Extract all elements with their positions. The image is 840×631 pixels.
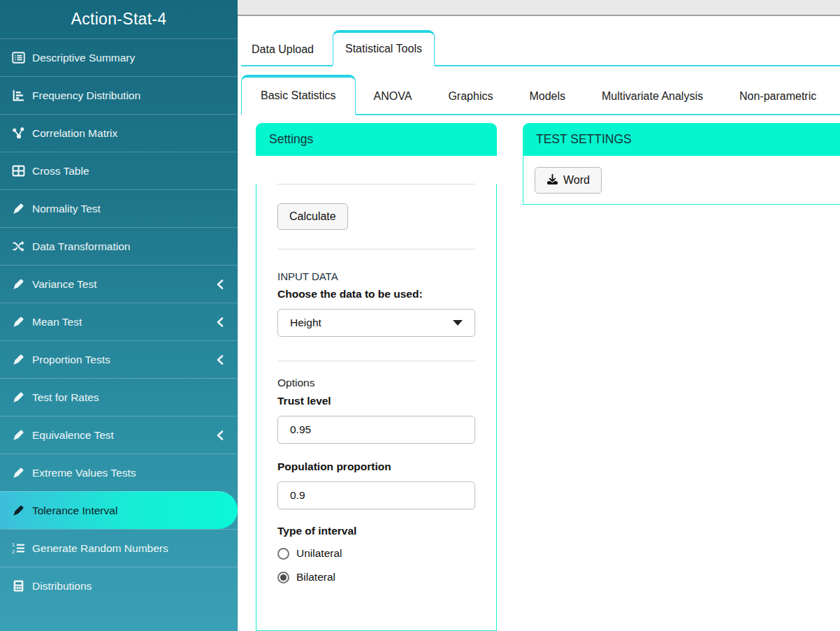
main-area: Data UploadStatistical Tools Basic Stati… <box>238 0 840 631</box>
radio-label: Unilateral <box>296 547 342 560</box>
sidebar-item-label: Frequency Distribution <box>32 89 140 102</box>
chevron-left-icon <box>215 317 225 328</box>
svg-text:2: 2 <box>12 549 15 555</box>
chart-bars-icon <box>9 89 27 102</box>
radio-circle-icon <box>277 572 289 583</box>
top-header-bar <box>238 0 840 16</box>
sidebar-item-frequency-distribution[interactable]: Frequency Distribution <box>0 76 238 114</box>
svg-text:1: 1 <box>12 542 15 548</box>
sidebar-item-label: Test for Rates <box>32 391 99 404</box>
sidebar-item-label: Variance Test <box>32 278 96 291</box>
interval-type-radio-group: UnilateralBilateral <box>277 546 475 585</box>
sidebar-item-label: Descriptive Summary <box>32 52 135 64</box>
test-settings-panel: TEST SETTINGS Word <box>523 123 840 205</box>
table-icon <box>9 164 27 177</box>
sidebar-item-correlation-matrix[interactable]: Correlation Matrix <box>0 114 238 152</box>
settings-panel-body: Calculate INPUT DATA Choose the data to … <box>256 184 497 631</box>
sidebar-item-proportion-tests[interactable]: Proportion Tests <box>0 340 238 378</box>
sidebar-item-cross-table[interactable]: Cross Table <box>0 152 238 189</box>
test-settings-panel-header: TEST SETTINGS <box>523 123 840 156</box>
divider <box>277 361 475 361</box>
radio-circle-icon <box>277 548 289 560</box>
tab-multivariate-analysis[interactable]: Multivariate Analysis <box>584 79 721 114</box>
pen-icon <box>9 391 27 404</box>
calculate-button[interactable]: Calculate <box>277 203 348 230</box>
sidebar-item-label: Generate Random Numbers <box>32 542 168 555</box>
tab-non-parametric[interactable]: Non-parametric <box>721 79 834 114</box>
divider <box>277 184 475 184</box>
trust-level-input[interactable]: 0.95 <box>277 416 475 444</box>
sidebar-menu: Descriptive SummaryFrequency Distributio… <box>0 38 238 604</box>
options-heading: Options <box>277 377 475 389</box>
sidebar-item-label: Correlation Matrix <box>32 127 117 140</box>
pen-icon <box>9 277 27 291</box>
trust-level-value: 0.95 <box>290 423 311 436</box>
sidebar-item-label: Equivalence Test <box>32 429 114 442</box>
chevron-left-icon <box>215 279 225 290</box>
data-select-value: Height <box>290 317 321 329</box>
interval-type-label: Type of interval <box>277 525 475 537</box>
tab-data-upload[interactable]: Data Upload <box>241 34 324 65</box>
tab-basic-statistics[interactable]: Basic Statistics <box>241 75 356 115</box>
sidebar-item-label: Extreme Values Tests <box>32 467 136 479</box>
pen-icon <box>9 315 27 328</box>
pen-icon <box>9 466 27 479</box>
secondary-tabbar: Basic StatisticsANOVAGraphicsModelsMulti… <box>241 75 840 115</box>
sidebar-item-descriptive-summary[interactable]: Descriptive Summary <box>0 38 238 76</box>
app-title: Action-Stat-4 <box>0 0 238 38</box>
radio-unilateral[interactable]: Unilateral <box>277 546 475 561</box>
network-icon <box>9 126 27 140</box>
sidebar-item-label: Tolerance Interval <box>32 505 117 517</box>
chevron-left-icon <box>215 354 225 365</box>
pen-icon <box>9 353 27 366</box>
input-data-heading: INPUT DATA <box>277 270 475 282</box>
pen-icon <box>9 202 27 215</box>
tab-anova[interactable]: ANOVA <box>356 79 430 114</box>
sidebar-item-tolerance-interval[interactable]: Tolerance Interval <box>0 491 238 529</box>
population-proportion-label: Population proportion <box>277 460 475 473</box>
settings-panel-header: Settings <box>256 123 497 156</box>
settings-panel: Settings Calculate INPUT DATA Choose the… <box>256 123 497 631</box>
sidebar-item-normality-test[interactable]: Normality Test <box>0 189 238 227</box>
word-button-label: Word <box>563 174 590 187</box>
population-proportion-input[interactable]: 0.9 <box>277 481 475 509</box>
sidebar-item-extreme-values-tests[interactable]: Extreme Values Tests <box>0 454 238 491</box>
sidebar-item-equivalence-test[interactable]: Equivalence Test <box>0 416 238 454</box>
sidebar-item-label: Mean Test <box>32 316 82 328</box>
tab-statistical-tools[interactable]: Statistical Tools <box>333 30 435 66</box>
pen-icon <box>9 504 27 517</box>
trust-level-label: Trust level <box>277 395 475 407</box>
pen-icon <box>9 428 27 442</box>
choose-data-label: Choose the data to be used: <box>277 288 475 300</box>
caret-down-icon <box>453 320 463 326</box>
population-proportion-value: 0.9 <box>290 489 305 502</box>
sidebar-item-test-for-rates[interactable]: Test for Rates <box>0 378 238 416</box>
sidebar-item-label: Distributions <box>32 580 92 593</box>
sidebar-item-label: Proportion Tests <box>32 354 110 366</box>
sidebar-item-mean-test[interactable]: Mean Test <box>0 303 238 340</box>
radio-bilateral[interactable]: Bilateral <box>277 570 475 585</box>
sidebar-item-distributions[interactable]: Distributions <box>0 567 238 604</box>
tab-models[interactable]: Models <box>511 79 584 114</box>
test-settings-panel-body: Word <box>523 156 840 205</box>
divider <box>277 249 475 249</box>
shuffle-icon <box>9 240 27 253</box>
radio-label: Bilateral <box>296 571 335 583</box>
primary-tabbar: Data UploadStatistical Tools <box>241 30 840 66</box>
sidebar: Action-Stat-4 Descriptive SummaryFrequen… <box>0 0 238 631</box>
chevron-left-icon <box>215 430 225 441</box>
download-icon <box>546 174 558 187</box>
panels-row: Settings Calculate INPUT DATA Choose the… <box>241 123 840 631</box>
sidebar-item-data-transformation[interactable]: Data Transformation <box>0 227 238 265</box>
sidebar-item-label: Cross Table <box>32 165 89 177</box>
sidebar-item-generate-random-numbers[interactable]: 12Generate Random Numbers <box>0 529 238 567</box>
calculator-icon <box>9 579 27 593</box>
sidebar-item-variance-test[interactable]: Variance Test <box>0 265 238 303</box>
list-alt-icon <box>9 51 27 64</box>
sidebar-item-label: Data Transformation <box>32 240 130 253</box>
sidebar-item-label: Normality Test <box>32 203 101 215</box>
tab-graphics[interactable]: Graphics <box>430 79 511 114</box>
list-ol-icon: 12 <box>9 542 27 555</box>
word-download-button[interactable]: Word <box>535 167 602 194</box>
data-select[interactable]: Height <box>277 309 475 337</box>
